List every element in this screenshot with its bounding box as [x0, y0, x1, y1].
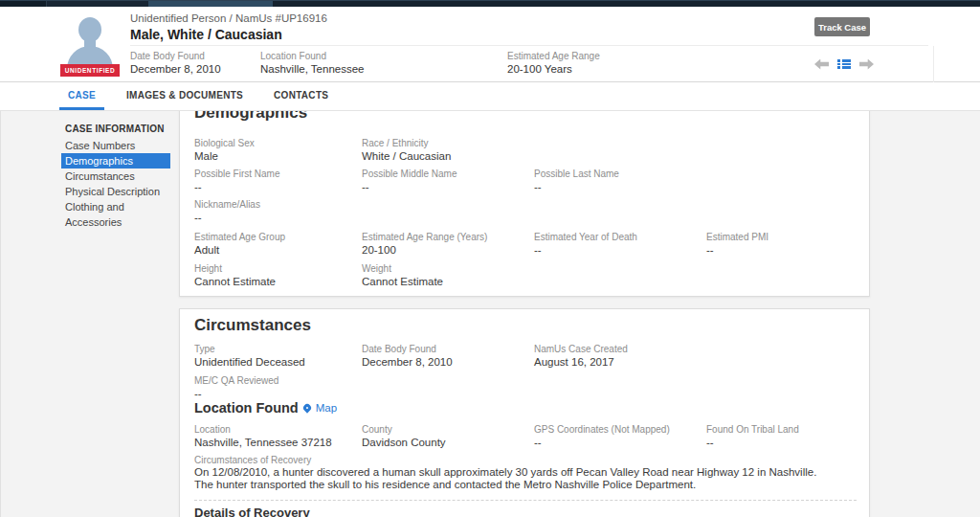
track-case-button[interactable]: Track Case — [814, 17, 870, 36]
field-value: -- — [706, 437, 871, 449]
field-weight: Weight Cannot Estimate — [362, 263, 526, 288]
tab-images-documents[interactable]: IMAGES & DOCUMENTS — [118, 82, 252, 110]
field-label: Biological Sex — [194, 138, 359, 148]
field-label: NamUs Case Created — [534, 344, 699, 354]
field-value: December 8, 2010 — [362, 356, 526, 369]
circumstances-of-recovery-label: Circumstances of Recovery — [194, 455, 311, 465]
location-found-heading: Location Found Map — [194, 400, 337, 416]
field-estimated-age-group: Estimated Age Group Adult — [194, 232, 359, 257]
field-date-body-found: Date Body Found December 8, 2010 — [362, 344, 526, 369]
case-header: UNIDENTIFIED Unidentified Person / NamUs… — [0, 7, 980, 82]
field-county: County Davidson County — [362, 424, 526, 449]
field-value: Davidson County — [362, 437, 526, 449]
section-title-circumstances: Circumstances — [194, 316, 311, 335]
sidebar-item-clothing-accessories[interactable]: Clothing and Accessories — [61, 199, 170, 214]
field-label: Possible First Name — [194, 169, 359, 179]
field-mec-qa-reviewed: ME/C QA Reviewed -- — [194, 375, 359, 400]
previous-case-icon[interactable] — [814, 59, 829, 70]
subsection-title: Location Found — [194, 400, 299, 416]
field-estimated-year-of-death: Estimated Year of Death -- — [534, 232, 699, 257]
sidebar-item-physical-description[interactable]: Physical Description — [61, 184, 170, 199]
section-divider — [194, 500, 857, 501]
field-type: Type Unidentified Deceased — [194, 344, 359, 369]
field-label: Date Body Found — [362, 344, 526, 354]
field-label: County — [362, 424, 526, 435]
tab-case[interactable]: CASE — [59, 82, 104, 110]
field-label: Estimated Age Range (Years) — [362, 232, 526, 242]
field-label: ME/C QA Reviewed — [194, 375, 359, 386]
field-value: -- — [534, 437, 699, 449]
field-value: December 8, 2010 — [130, 63, 221, 76]
field-label: Race / Ethnicity — [362, 138, 526, 148]
field-value: -- — [194, 212, 359, 224]
tab-contacts[interactable]: CONTACTS — [265, 82, 337, 110]
section-title-demographics: Demographics — [194, 111, 307, 123]
field-label: Location Found — [260, 51, 364, 61]
field-label: Weight — [362, 263, 526, 274]
field-namus-case-created: NamUs Case Created August 16, 2017 — [534, 344, 699, 369]
summary-date-body-found: Date Body Found December 8, 2010 — [130, 51, 221, 76]
next-case-icon[interactable] — [859, 59, 874, 70]
field-gps-coordinates: GPS Coordinates (Not Mapped) -- — [534, 424, 699, 449]
field-estimated-pmi: Estimated PMI -- — [706, 232, 871, 257]
sidebar-item-case-numbers[interactable]: Case Numbers — [61, 138, 170, 153]
field-possible-last-name: Possible Last Name -- — [534, 169, 699, 193]
field-label: Found On Tribal Land — [706, 424, 871, 435]
field-value: Nashville, Tennessee 37218 — [194, 437, 359, 449]
sidebar-title: CASE INFORMATION — [65, 124, 165, 134]
sidebar-nav: Case Numbers Demographics Circumstances … — [61, 138, 170, 214]
case-list-icon[interactable] — [837, 58, 851, 70]
field-value: August 16, 2017 — [534, 356, 699, 369]
field-label: Possible Middle Name — [362, 169, 526, 179]
case-pager — [814, 57, 874, 71]
field-value: -- — [706, 244, 871, 257]
field-value: -- — [194, 388, 359, 400]
field-label: Location — [194, 424, 359, 435]
field-value: Cannot Estimate — [194, 276, 359, 288]
header-vertical-divider — [933, 46, 934, 82]
field-estimated-age-range-years: Estimated Age Range (Years) 20-100 — [362, 232, 526, 257]
field-label: Estimated Year of Death — [534, 232, 699, 242]
field-label: Nickname/Alias — [194, 199, 359, 210]
summary-location-found: Location Found Nashville, Tennessee — [260, 51, 364, 76]
circumstances-card: Circumstances Type Unidentified Deceased… — [179, 308, 870, 517]
circumstances-of-recovery-text: On 12/08/2010, a hunter discovered a hum… — [194, 466, 834, 490]
field-label: Estimated Age Range — [507, 51, 600, 61]
field-label: GPS Coordinates (Not Mapped) — [534, 424, 699, 435]
unidentified-badge: UNIDENTIFIED — [60, 64, 120, 77]
field-value: 20-100 Years — [507, 63, 600, 76]
map-link[interactable]: Map — [316, 402, 337, 414]
sidebar-item-circumstances[interactable]: Circumstances — [61, 169, 170, 184]
field-location: Location Nashville, Tennessee 37218 — [194, 424, 359, 449]
field-value: -- — [534, 181, 699, 193]
content-area: CASE INFORMATION Case Numbers Demographi… — [0, 111, 980, 517]
field-possible-first-name: Possible First Name -- — [194, 169, 359, 193]
field-value: Adult — [194, 244, 359, 257]
case-id: Unidentified Person / NamUs #UP16916 — [130, 12, 327, 24]
page-title: Male, White / Caucasian — [130, 27, 327, 42]
field-label: Type — [194, 344, 359, 354]
field-label: Estimated Age Group — [194, 232, 359, 242]
field-label: Date Body Found — [130, 51, 221, 61]
field-label: Possible Last Name — [534, 169, 699, 179]
tab-bar: CASE IMAGES & DOCUMENTS CONTACTS — [0, 82, 980, 111]
field-value: -- — [534, 244, 699, 257]
field-value: -- — [194, 181, 359, 193]
field-value: 20-100 — [362, 244, 526, 257]
map-pin-icon — [301, 402, 312, 413]
field-height: Height Cannot Estimate — [194, 263, 359, 288]
field-value: Unidentified Deceased — [194, 356, 359, 369]
sidebar-item-demographics[interactable]: Demographics — [61, 153, 170, 169]
field-value: White / Caucasian — [362, 150, 526, 163]
summary-estimated-age-range: Estimated Age Range 20-100 Years — [507, 51, 600, 76]
avatar: UNIDENTIFIED — [60, 13, 120, 77]
field-value: Cannot Estimate — [362, 276, 526, 288]
field-value: Male — [194, 150, 359, 163]
demographics-card: Demographics Biological Sex Male Race / … — [179, 111, 870, 297]
field-biological-sex: Biological Sex Male — [194, 138, 359, 163]
field-race-ethnicity: Race / Ethnicity White / Caucasian — [362, 138, 526, 163]
field-found-on-tribal-land: Found On Tribal Land -- — [706, 424, 871, 449]
field-possible-middle-name: Possible Middle Name -- — [362, 169, 526, 193]
field-label: Height — [194, 263, 359, 274]
details-of-recovery-title: Details of Recovery — [194, 506, 310, 517]
